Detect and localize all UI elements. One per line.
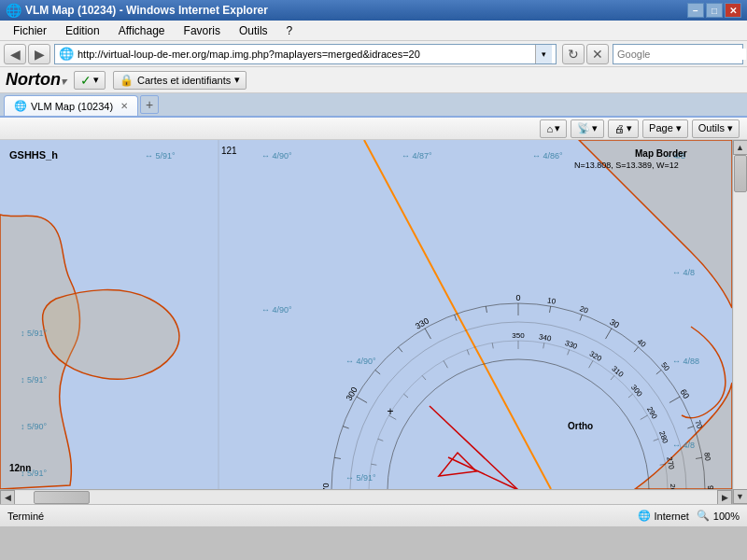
tab-icon: 🌐 (14, 100, 27, 112)
page-button[interactable]: Page ▾ (642, 119, 688, 138)
browser-icon: 🌐 (6, 3, 21, 18)
tab-close-button[interactable]: ✕ (120, 101, 128, 111)
home-icon: ⌂ (546, 123, 553, 134)
search-box: 🔍 (613, 44, 743, 64)
scroll-thumb-v[interactable] (734, 155, 747, 192)
print-button[interactable]: 🖨 ▾ (608, 119, 639, 138)
tabs-bar: 🌐 VLM Map (10234) ✕ + (0, 93, 747, 118)
map-svg: 0 30 60 90 120 150 180 210 240 270 300 3… (0, 140, 732, 489)
zoom-label: 100% (713, 511, 740, 522)
svg-text:Map Border: Map Border (635, 148, 687, 159)
titlebar-title: VLM Map (10234) - Windows Internet Explo… (25, 4, 268, 17)
menu-favoris[interactable]: Favoris (176, 22, 228, 39)
menubar: Fichier Edition Affichage Favoris Outils… (0, 21, 747, 41)
horizontal-scrollbar[interactable]: ◀ ▶ (0, 489, 732, 504)
status-icons: 🌐 Internet 🔍 100% (638, 510, 740, 522)
svg-text:0: 0 (515, 293, 520, 302)
menu-edition[interactable]: Edition (58, 22, 107, 39)
addressbar: ◀ ▶ 🌐 http://virtual-loup-de-mer.org/map… (0, 41, 747, 67)
cartes-button[interactable]: 🔒 Cartes et identifiants ▾ (113, 71, 247, 90)
svg-text:N=13.808, S=13.389, W=12: N=13.808, S=13.389, W=12 (574, 161, 679, 170)
maximize-button[interactable]: □ (706, 3, 723, 18)
titlebar-left: 🌐 VLM Map (10234) - Windows Internet Exp… (6, 3, 268, 18)
minimize-button[interactable]: − (687, 3, 704, 18)
svg-text:+: + (387, 405, 393, 418)
search-input[interactable] (617, 49, 746, 60)
svg-text:12nn: 12nn (9, 463, 31, 473)
close-button[interactable]: ✕ (725, 3, 741, 18)
svg-text:121: 121 (221, 146, 237, 156)
nav-buttons: ◀ ▶ (4, 44, 50, 64)
print-icon: 🖨 (614, 123, 625, 134)
check-icon: ✓ (80, 73, 92, 88)
menu-fichier[interactable]: Fichier (6, 22, 54, 39)
map-container[interactable]: 0 30 60 90 120 150 180 210 240 270 300 3… (0, 140, 747, 504)
svg-text:↔ 4/90°: ↔ 4/90° (261, 305, 292, 315)
zone-icon: 🌐 (638, 510, 651, 522)
lock-icon: 🔒 (120, 74, 134, 87)
status-zoom: 🔍 100% (697, 510, 740, 522)
svg-text:↔ 4/87°: ↔ 4/87° (402, 151, 432, 161)
vertical-scrollbar[interactable]: ▲ ▼ (732, 140, 747, 504)
tools-button[interactable]: Outils ▾ (692, 119, 740, 138)
svg-text:↕ 5/90°: ↕ 5/90° (21, 422, 48, 431)
menu-help[interactable]: ? (279, 22, 301, 39)
svg-text:GSHHS_h: GSHHS_h (9, 149, 58, 161)
status-text: Terminé (7, 511, 630, 522)
scroll-right-button[interactable]: ▶ (717, 490, 732, 505)
tab-vlmmap[interactable]: 🌐 VLM Map (10234) ✕ (4, 95, 138, 116)
scroll-up-button[interactable]: ▲ (733, 140, 748, 155)
refresh-button[interactable]: ↻ (562, 44, 585, 64)
new-tab-button[interactable]: + (140, 95, 159, 114)
svg-text:↔ 5/91°: ↔ 5/91° (145, 151, 176, 161)
rss-icon: 📡 (577, 122, 590, 134)
titlebar: 🌐 VLM Map (10234) - Windows Internet Exp… (0, 0, 747, 21)
svg-text:↔ 4/90°: ↔ 4/90° (345, 357, 376, 366)
zone-label: Internet (655, 511, 689, 522)
svg-text:↔ 4/88: ↔ 4/88 (672, 357, 699, 366)
back-button[interactable]: ◀ (4, 44, 26, 64)
command-bar: ⌂ ▾ 📡 ▾ 🖨 ▾ Page ▾ Outils ▾ (0, 118, 747, 140)
stop-button[interactable]: ✕ (586, 44, 609, 64)
svg-text:Ortho: Ortho (568, 421, 593, 431)
refresh-stop: ↻ ✕ (562, 44, 609, 64)
titlebar-controls: − □ ✕ (687, 3, 741, 18)
forward-button[interactable]: ▶ (28, 44, 50, 64)
page-label: Page ▾ (649, 122, 682, 134)
feeds-button[interactable]: 📡 ▾ (571, 119, 604, 138)
svg-text:↔ 4/8: ↔ 4/8 (672, 268, 695, 277)
address-box[interactable]: 🌐 http://virtual-loup-de-mer.org/map.img… (54, 44, 557, 64)
home-button[interactable]: ⌂ ▾ (540, 119, 567, 138)
norton-toolbar: Norton▾ ✓ ▾ 🔒 Cartes et identifiants ▾ (0, 67, 747, 93)
scroll-thumb-h[interactable] (34, 491, 90, 504)
menu-outils[interactable]: Outils (232, 22, 275, 39)
scroll-track-h (15, 491, 717, 504)
tools-label: Outils ▾ (698, 122, 733, 134)
svg-text:350: 350 (512, 331, 525, 340)
address-text: http://virtual-loup-de-mer.org/map.img.p… (78, 49, 535, 60)
svg-text:↔ 4/90°: ↔ 4/90° (261, 151, 292, 161)
scroll-down-button[interactable]: ▼ (733, 489, 748, 504)
address-icon: 🌐 (59, 47, 74, 61)
norton-check-button[interactable]: ✓ ▾ (74, 71, 106, 90)
svg-text:↔ 5/91°: ↔ 5/91° (345, 473, 376, 483)
menu-affichage[interactable]: Affichage (111, 22, 173, 39)
scroll-track-v (734, 155, 747, 489)
norton-logo: Norton▾ (6, 70, 66, 90)
status-bar: Terminé 🌐 Internet 🔍 100% (0, 504, 747, 526)
status-zone: 🌐 Internet (638, 510, 689, 522)
svg-text:↕ 5/91°: ↕ 5/91° (21, 375, 48, 385)
zoom-icon: 🔍 (697, 510, 710, 522)
tab-label: VLM Map (10234) (31, 101, 113, 112)
address-dropdown[interactable]: ▾ (535, 45, 552, 63)
scroll-left-button[interactable]: ◀ (0, 490, 15, 505)
svg-text:↕ 5/91°: ↕ 5/91° (21, 329, 48, 338)
svg-text:↔ 4/8: ↔ 4/8 (672, 441, 695, 450)
svg-text:↔ 4/86°: ↔ 4/86° (532, 151, 563, 161)
